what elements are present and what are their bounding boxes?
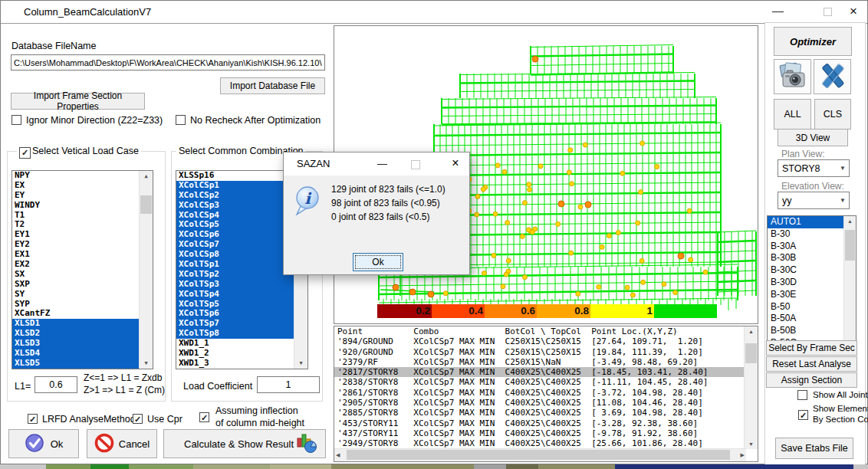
table-row[interactable]: '2379/RF XColCSp7 MAX MIN C250X15\NaN [-… [334, 357, 746, 367]
list-item[interactable]: B-50A [768, 313, 856, 325]
scroll-down-icon[interactable]: ▼ [745, 441, 758, 447]
table-row[interactable]: '2949/STORY8 XColCSp7 MAX MIN C400X25\C4… [334, 438, 746, 448]
table-hscrollbar[interactable]: ◀ ▶ [334, 448, 746, 461]
scroll-down-icon[interactable]: ▼ [294, 360, 307, 366]
list-item[interactable]: B-30E [768, 289, 856, 301]
plan-view-select[interactable]: STORY8▼ [778, 159, 850, 177]
scroll-thumb[interactable] [845, 230, 855, 261]
list-item[interactable]: EX [12, 181, 153, 191]
show-element-label-2: By Section Color [813, 415, 868, 424]
scroll-down-icon[interactable]: ▼ [140, 360, 153, 366]
list-item[interactable]: B-50 [768, 301, 856, 313]
reset-last-analyse-button[interactable]: Reset Last Analyse [766, 356, 857, 372]
lrfd-checkbox[interactable]: ✓ [28, 414, 38, 424]
table-row[interactable]: '2838/STORY8 XColCSp7 MAX MIN C400X25\C4… [334, 377, 746, 387]
load-coefficient-input[interactable] [257, 376, 320, 393]
close-icon[interactable]: × [841, 1, 866, 23]
list-item[interactable]: SXP [12, 280, 153, 290]
list-item[interactable]: SX [12, 270, 153, 280]
list-item[interactable]: EX1 [12, 250, 153, 260]
list-item[interactable]: T2 [12, 220, 153, 230]
list-item[interactable]: B-30A [768, 241, 856, 253]
load-case-checkbox[interactable]: ✓ [19, 147, 31, 159]
list-item[interactable]: B-30 [768, 228, 856, 241]
scroll-thumb[interactable] [347, 450, 730, 460]
dialog-ok-button[interactable]: Ok [353, 253, 403, 271]
list-item[interactable]: XLSD5 [12, 359, 153, 369]
elevation-view-select[interactable]: yy▼ [778, 192, 850, 209]
list-item[interactable]: WINDY [12, 201, 153, 211]
table-row[interactable]: '2885/STORY8 XColCSp7 MAX MIN C400X25\C4… [334, 408, 746, 418]
show-all-joints-label: Show All Joints [813, 390, 868, 399]
import-database-file-button[interactable]: Import Database File [220, 77, 325, 94]
list-item[interactable]: NPY [12, 171, 153, 181]
cls-button[interactable]: CLS [814, 99, 851, 130]
ignor-minor-direction-checkbox[interactable] [12, 115, 21, 125]
scroll-left-icon[interactable]: ◀ [336, 449, 340, 461]
dialog-close-icon[interactable]: × [442, 153, 469, 175]
inflection-checkbox[interactable]: ✓ [199, 412, 209, 422]
ok-button[interactable]: Ok [8, 429, 79, 458]
results-table[interactable]: Point Combo BotCol \ TopCol Point Loc.(X… [334, 326, 758, 462]
elevation-view-label: Elevation View: [781, 181, 844, 192]
list-item[interactable]: XLSD4 [12, 349, 153, 359]
scroll-up-icon[interactable]: ▲ [140, 173, 153, 179]
scroll-thumb[interactable] [745, 343, 757, 363]
show-all-joints-checkbox[interactable] [797, 390, 807, 400]
dialog-minimize-icon[interactable] [377, 164, 387, 165]
database-filename-input[interactable] [11, 54, 325, 71]
scroll-right-icon[interactable]: ▶ [741, 449, 745, 461]
section-listbox[interactable]: AUTO1B-30B-30AB-30BB-30CB-30DB-30EB-50B-… [767, 215, 856, 350]
table-row[interactable]: '2905/STORY8 XColCSp7 MAX MIN C400X25\C4… [334, 398, 746, 408]
save-etabs-button[interactable]: Save Etabs File [775, 438, 853, 459]
list-item[interactable]: EY1 [12, 230, 153, 240]
list-item[interactable]: B-30D [768, 277, 856, 289]
table-vscrollbar[interactable]: ▲ ▼ [744, 326, 758, 449]
list-item[interactable]: B-30B [768, 252, 856, 264]
section-scrollbar[interactable]: ▲ ▼ [843, 216, 856, 349]
table-row[interactable]: '453/STORY11 XColCSp7 MAX MIN C400X25\C4… [334, 418, 746, 428]
minimize-icon[interactable] [772, 11, 784, 12]
l1-input[interactable] [35, 376, 77, 393]
snapshot-button[interactable] [774, 59, 811, 94]
show-element-label-1: Show Element [813, 404, 868, 413]
scroll-thumb[interactable] [140, 195, 152, 214]
assign-section-button[interactable]: Assign Section [766, 372, 857, 388]
load-case-listbox[interactable]: NPYEXEYWINDYT1T2EY1EY2EX1EX2SXSXPSYSYPXC… [12, 170, 153, 369]
show-element-checkbox[interactable]: ✓ [798, 410, 808, 420]
3d-view-button[interactable]: 3D View [778, 129, 848, 146]
import-frame-section-button[interactable]: Import Frame Section Properties [11, 93, 145, 110]
list-item[interactable]: SY [12, 290, 153, 300]
cancel-button[interactable]: Cancel [87, 429, 157, 458]
list-item[interactable]: AUTO1 [768, 216, 856, 228]
scroll-up-icon[interactable]: ▲ [745, 329, 758, 334]
screen: Column_BeamCalculationV7 × Database File… [0, 0, 868, 469]
list-item[interactable]: B-50B [768, 325, 856, 337]
table-row[interactable]: '437/STORY11 XColCSp7 MAX MIN C400X25\C4… [334, 428, 746, 438]
use-cpr-checkbox[interactable]: ✓ [133, 414, 143, 424]
list-item[interactable]: XColTSp3 [176, 280, 307, 290]
load-coefficient-label: Load Coefficient [183, 381, 252, 392]
list-item[interactable]: T1 [12, 211, 153, 221]
table-row[interactable]: '2817/STORY8 XColCSp7 MAX MIN C400X25\C4… [334, 367, 746, 377]
select-by-frame-button[interactable]: Select By Frame Sec [766, 340, 857, 356]
excel-export-button[interactable] [814, 59, 851, 94]
all-button[interactable]: ALL [774, 99, 811, 130]
dialog-line-1: 129 joint of 823 fails (<=1.0) [331, 184, 446, 195]
scroll-up-icon[interactable]: ▲ [844, 218, 856, 224]
section-items: AUTO1B-30B-30AB-30BB-30CB-30DB-30EB-50B-… [768, 216, 856, 349]
table-row[interactable]: '894/GROUND XColCSp7 MAX MIN C250X15\C25… [334, 336, 746, 346]
load-case-scrollbar[interactable]: ▲ ▼ [139, 171, 153, 369]
list-item[interactable]: B-30C [768, 264, 856, 277]
list-item[interactable]: XWD1_2 [176, 349, 307, 359]
calculate-button[interactable]: Calculate & Show Result [163, 429, 326, 458]
table-row[interactable]: '920/GROUND XColCSp7 MAX MIN C250X15\C25… [334, 347, 746, 357]
list-item[interactable]: EX2 [12, 260, 153, 270]
list-item[interactable]: XWD1_3 [176, 359, 307, 369]
optimizer-button[interactable]: Optimizer [774, 27, 852, 56]
list-item[interactable]: EY2 [12, 240, 153, 250]
list-item[interactable]: EY [12, 191, 153, 201]
no-recheck-checkbox[interactable] [176, 115, 186, 125]
list-item[interactable]: XColTSp4 [176, 290, 307, 300]
table-row[interactable]: '2861/STORY8 XColCSp7 MAX MIN C400X25\C4… [334, 388, 746, 398]
